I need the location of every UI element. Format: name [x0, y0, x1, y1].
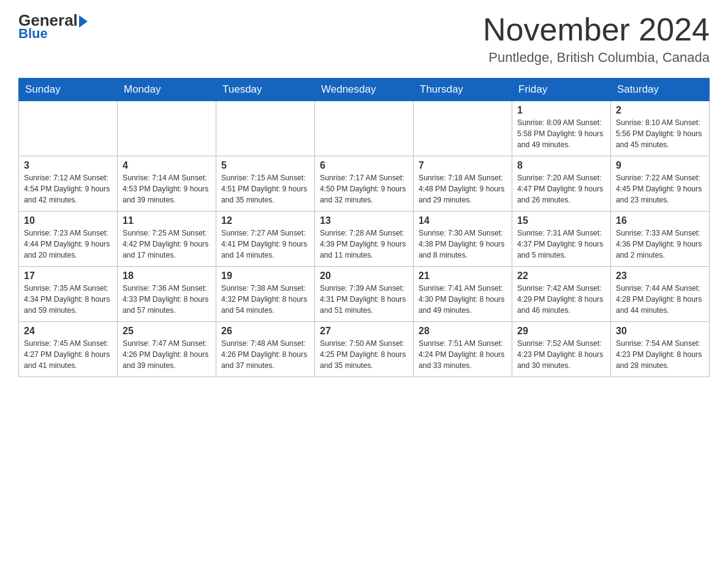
calendar-cell: 1Sunrise: 8:09 AM Sunset: 5:58 PM Daylig…	[512, 101, 611, 156]
day-info: Sunrise: 7:12 AM Sunset: 4:54 PM Dayligh…	[24, 173, 112, 205]
day-info: Sunrise: 7:17 AM Sunset: 4:50 PM Dayligh…	[320, 173, 408, 205]
day-number: 8	[517, 160, 605, 171]
day-number: 24	[24, 326, 112, 337]
day-number: 22	[517, 270, 605, 282]
calendar-cell: 30Sunrise: 7:54 AM Sunset: 4:23 PM Dayli…	[611, 322, 710, 377]
page-header: General Blue November 2024 Puntledge, Br…	[18, 12, 710, 66]
calendar-cell: 13Sunrise: 7:28 AM Sunset: 4:39 PM Dayli…	[315, 212, 414, 267]
weekday-header-row: SundayMondayTuesdayWednesdayThursdayFrid…	[19, 79, 710, 101]
day-info: Sunrise: 7:27 AM Sunset: 4:41 PM Dayligh…	[221, 228, 309, 261]
day-number: 5	[221, 160, 309, 171]
weekday-header-wednesday: Wednesday	[315, 79, 414, 101]
title-area: November 2024 Puntledge, British Columbi…	[483, 12, 710, 66]
day-info: Sunrise: 7:36 AM Sunset: 4:33 PM Dayligh…	[123, 283, 211, 316]
calendar-cell: 14Sunrise: 7:30 AM Sunset: 4:38 PM Dayli…	[414, 212, 512, 267]
weekday-header-tuesday: Tuesday	[216, 79, 315, 101]
calendar-cell: 19Sunrise: 7:38 AM Sunset: 4:32 PM Dayli…	[216, 267, 315, 322]
day-number: 18	[123, 270, 211, 282]
day-info: Sunrise: 7:18 AM Sunset: 4:48 PM Dayligh…	[419, 173, 507, 205]
day-number: 20	[320, 270, 408, 282]
day-number: 26	[221, 326, 309, 337]
day-number: 4	[123, 160, 211, 171]
day-number: 9	[616, 160, 704, 171]
day-info: Sunrise: 7:51 AM Sunset: 4:24 PM Dayligh…	[419, 339, 507, 371]
day-info: Sunrise: 7:15 AM Sunset: 4:51 PM Dayligh…	[221, 173, 309, 205]
day-info: Sunrise: 7:41 AM Sunset: 4:30 PM Dayligh…	[419, 283, 507, 316]
weekday-header-thursday: Thursday	[414, 79, 512, 101]
day-info: Sunrise: 7:42 AM Sunset: 4:29 PM Dayligh…	[517, 283, 605, 316]
calendar-cell: 22Sunrise: 7:42 AM Sunset: 4:29 PM Dayli…	[512, 267, 611, 322]
day-number: 25	[123, 326, 211, 337]
calendar-cell: 15Sunrise: 7:31 AM Sunset: 4:37 PM Dayli…	[512, 212, 611, 267]
day-info: Sunrise: 7:35 AM Sunset: 4:34 PM Dayligh…	[24, 283, 112, 316]
day-number: 23	[616, 270, 704, 282]
logo-arrow-icon	[79, 15, 88, 28]
calendar-cell: 29Sunrise: 7:52 AM Sunset: 4:23 PM Dayli…	[512, 322, 611, 377]
calendar-cell: 4Sunrise: 7:14 AM Sunset: 4:53 PM Daylig…	[118, 156, 216, 212]
day-info: Sunrise: 7:22 AM Sunset: 4:45 PM Dayligh…	[616, 173, 704, 205]
weekday-header-sunday: Sunday	[19, 79, 118, 101]
day-number: 6	[320, 160, 408, 171]
calendar-cell: 10Sunrise: 7:23 AM Sunset: 4:44 PM Dayli…	[19, 212, 118, 267]
day-number: 2	[616, 105, 704, 116]
calendar-cell	[19, 101, 118, 156]
calendar-cell: 18Sunrise: 7:36 AM Sunset: 4:33 PM Dayli…	[118, 267, 216, 322]
calendar-cell: 25Sunrise: 7:47 AM Sunset: 4:26 PM Dayli…	[118, 322, 216, 377]
calendar-week-row: 24Sunrise: 7:45 AM Sunset: 4:27 PM Dayli…	[19, 322, 710, 377]
calendar-week-row: 17Sunrise: 7:35 AM Sunset: 4:34 PM Dayli…	[19, 267, 710, 322]
day-info: Sunrise: 7:33 AM Sunset: 4:36 PM Dayligh…	[616, 228, 704, 261]
day-info: Sunrise: 7:54 AM Sunset: 4:23 PM Dayligh…	[616, 339, 704, 371]
logo: General Blue	[18, 12, 88, 42]
calendar-cell	[216, 101, 315, 156]
day-info: Sunrise: 7:47 AM Sunset: 4:26 PM Dayligh…	[123, 339, 211, 371]
calendar-cell: 16Sunrise: 7:33 AM Sunset: 4:36 PM Dayli…	[611, 212, 710, 267]
day-number: 14	[419, 215, 507, 226]
day-info: Sunrise: 7:44 AM Sunset: 4:28 PM Dayligh…	[616, 283, 704, 316]
day-number: 13	[320, 215, 408, 226]
calendar-cell	[414, 101, 512, 156]
day-number: 29	[517, 326, 605, 337]
day-number: 19	[221, 270, 309, 282]
day-number: 15	[517, 215, 605, 226]
day-info: Sunrise: 7:39 AM Sunset: 4:31 PM Dayligh…	[320, 283, 408, 316]
day-info: Sunrise: 7:25 AM Sunset: 4:42 PM Dayligh…	[123, 228, 211, 261]
day-info: Sunrise: 7:30 AM Sunset: 4:38 PM Dayligh…	[419, 228, 507, 261]
day-info: Sunrise: 7:38 AM Sunset: 4:32 PM Dayligh…	[221, 283, 309, 316]
day-number: 28	[419, 326, 507, 337]
day-number: 3	[24, 160, 112, 171]
calendar-cell: 5Sunrise: 7:15 AM Sunset: 4:51 PM Daylig…	[216, 156, 315, 212]
calendar-cell: 3Sunrise: 7:12 AM Sunset: 4:54 PM Daylig…	[19, 156, 118, 212]
calendar-cell: 8Sunrise: 7:20 AM Sunset: 4:47 PM Daylig…	[512, 156, 611, 212]
day-info: Sunrise: 7:48 AM Sunset: 4:26 PM Dayligh…	[221, 339, 309, 371]
calendar-cell: 28Sunrise: 7:51 AM Sunset: 4:24 PM Dayli…	[414, 322, 512, 377]
weekday-header-saturday: Saturday	[611, 79, 710, 101]
calendar-cell: 27Sunrise: 7:50 AM Sunset: 4:25 PM Dayli…	[315, 322, 414, 377]
calendar-cell: 21Sunrise: 7:41 AM Sunset: 4:30 PM Dayli…	[414, 267, 512, 322]
day-number: 10	[24, 215, 112, 226]
calendar-cell	[118, 101, 216, 156]
calendar-week-row: 1Sunrise: 8:09 AM Sunset: 5:58 PM Daylig…	[19, 101, 710, 156]
day-info: Sunrise: 7:50 AM Sunset: 4:25 PM Dayligh…	[320, 339, 408, 371]
day-number: 1	[517, 105, 605, 116]
day-number: 7	[419, 160, 507, 171]
day-info: Sunrise: 7:20 AM Sunset: 4:47 PM Dayligh…	[517, 173, 605, 205]
day-number: 21	[419, 270, 507, 282]
day-info: Sunrise: 7:52 AM Sunset: 4:23 PM Dayligh…	[517, 339, 605, 371]
calendar-table: SundayMondayTuesdayWednesdayThursdayFrid…	[18, 78, 710, 377]
logo-blue: Blue	[18, 26, 48, 42]
day-info: Sunrise: 7:28 AM Sunset: 4:39 PM Dayligh…	[320, 228, 408, 261]
calendar-cell: 7Sunrise: 7:18 AM Sunset: 4:48 PM Daylig…	[414, 156, 512, 212]
calendar-cell: 12Sunrise: 7:27 AM Sunset: 4:41 PM Dayli…	[216, 212, 315, 267]
day-number: 17	[24, 270, 112, 282]
day-number: 30	[616, 326, 704, 337]
month-title: November 2024	[483, 12, 710, 47]
weekday-header-friday: Friday	[512, 79, 611, 101]
calendar-week-row: 10Sunrise: 7:23 AM Sunset: 4:44 PM Dayli…	[19, 212, 710, 267]
calendar-cell	[315, 101, 414, 156]
calendar-cell: 17Sunrise: 7:35 AM Sunset: 4:34 PM Dayli…	[19, 267, 118, 322]
day-number: 27	[320, 326, 408, 337]
calendar-cell: 26Sunrise: 7:48 AM Sunset: 4:26 PM Dayli…	[216, 322, 315, 377]
calendar-cell: 20Sunrise: 7:39 AM Sunset: 4:31 PM Dayli…	[315, 267, 414, 322]
calendar-cell: 2Sunrise: 8:10 AM Sunset: 5:56 PM Daylig…	[611, 101, 710, 156]
day-number: 12	[221, 215, 309, 226]
